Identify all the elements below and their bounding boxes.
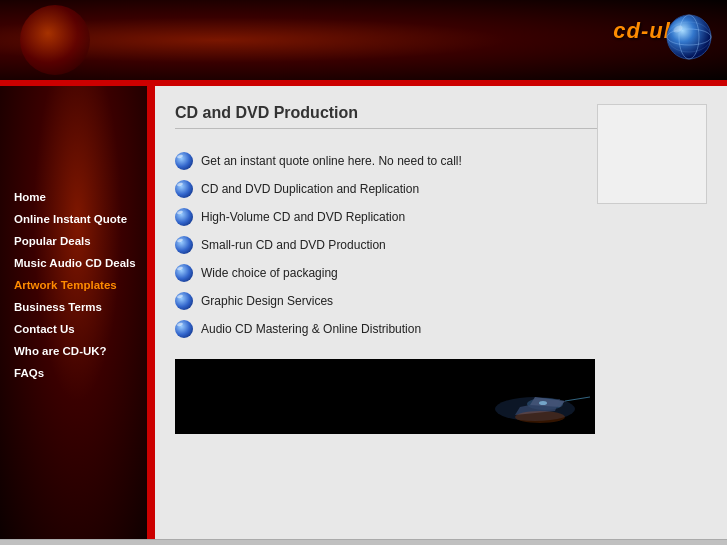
list-item-text: Graphic Design Services bbox=[201, 294, 333, 308]
sidebar-item-faqs[interactable]: FAQs bbox=[10, 362, 155, 384]
sidebar-item-music-audio-cd-deals[interactable]: Music Audio CD Deals bbox=[10, 252, 155, 274]
list-item-text: CD and DVD Duplication and Replication bbox=[201, 182, 419, 196]
bullet-globe-icon bbox=[175, 152, 193, 170]
sidebar-item-online-instant-quote[interactable]: Online Instant Quote bbox=[10, 208, 155, 230]
svg-point-10 bbox=[539, 401, 547, 405]
sidebar-item-contact-us[interactable]: Contact Us bbox=[10, 318, 155, 340]
svg-rect-5 bbox=[175, 359, 595, 434]
bullet-globe-icon bbox=[175, 264, 193, 282]
sidebar-item-home[interactable]: Home bbox=[10, 186, 155, 208]
sidebar-nav: HomeOnline Instant QuotePopular DealsMus… bbox=[0, 86, 155, 384]
svg-point-0 bbox=[667, 15, 711, 59]
content-banner bbox=[175, 359, 595, 434]
header-globe-icon bbox=[662, 10, 717, 65]
header-cd-art bbox=[20, 5, 90, 75]
list-item-text: Get an instant quote online here. No nee… bbox=[201, 154, 462, 168]
ad-box bbox=[597, 104, 707, 204]
sidebar-item-who-are-cd-uk?[interactable]: Who are CD-UK? bbox=[10, 340, 155, 362]
sidebar-item-business-terms[interactable]: Business Terms bbox=[10, 296, 155, 318]
bullet-globe-icon bbox=[175, 180, 193, 198]
sidebar-item-popular-deals[interactable]: Popular Deals bbox=[10, 230, 155, 252]
bullet-globe-icon bbox=[175, 236, 193, 254]
bullet-globe-icon bbox=[175, 292, 193, 310]
list-item-text: Audio CD Mastering & Online Distribution bbox=[201, 322, 421, 336]
list-item-text: Small-run CD and DVD Production bbox=[201, 238, 386, 252]
list-item: Wide choice of packaging bbox=[175, 259, 707, 287]
bullet-globe-icon bbox=[175, 320, 193, 338]
footer: ©2006 Syonica Ltd. All rights reserved bbox=[0, 539, 727, 545]
header: cd-uk bbox=[0, 0, 727, 80]
main-layout: HomeOnline Instant QuotePopular DealsMus… bbox=[0, 86, 727, 539]
sidebar: HomeOnline Instant QuotePopular DealsMus… bbox=[0, 86, 155, 539]
banner-decoration bbox=[175, 359, 595, 434]
bullet-globe-icon bbox=[175, 208, 193, 226]
svg-point-12 bbox=[515, 411, 565, 423]
list-item: Audio CD Mastering & Online Distribution bbox=[175, 315, 707, 343]
list-item: High-Volume CD and DVD Replication bbox=[175, 203, 707, 231]
list-item: Small-run CD and DVD Production bbox=[175, 231, 707, 259]
list-item-text: Wide choice of packaging bbox=[201, 266, 338, 280]
sidebar-item-artwork-templates[interactable]: Artwork Templates bbox=[10, 274, 155, 296]
list-item-text: High-Volume CD and DVD Replication bbox=[201, 210, 405, 224]
content-area: CD and DVD Production Get an instant quo… bbox=[155, 86, 727, 539]
list-item: Graphic Design Services bbox=[175, 287, 707, 315]
